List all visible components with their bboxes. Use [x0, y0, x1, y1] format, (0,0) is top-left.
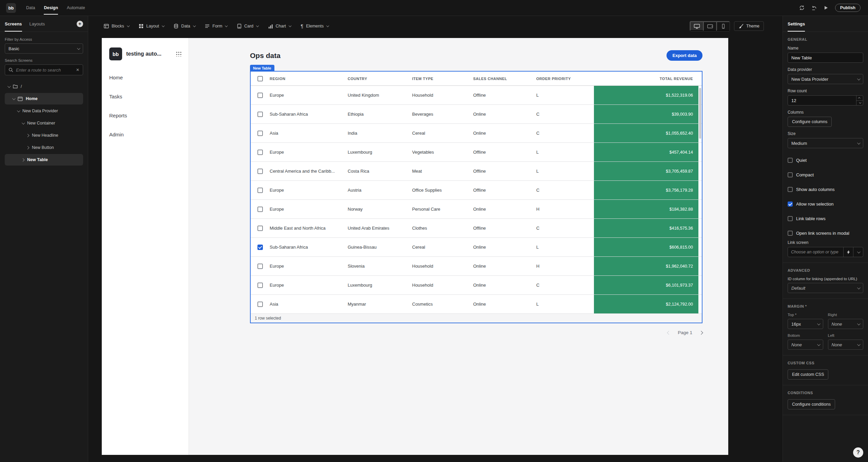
new-table-component[interactable]: New Table REGIONCOUNTRYITEM TYPESALES CH…: [250, 71, 702, 323]
step-down-button[interactable]: [856, 101, 863, 105]
sidebar-tab-screens[interactable]: Screens: [5, 16, 22, 32]
column-header-order-priority[interactable]: ORDER PRIORITY: [536, 77, 594, 81]
toolbar-menu-form[interactable]: Form: [205, 24, 227, 28]
checkbox-icon[interactable]: [788, 187, 793, 192]
table-row[interactable]: Middle East and North AfricaUnited Arab …: [251, 219, 702, 238]
filter-by-access-select[interactable]: Basic: [5, 43, 83, 54]
row-checkbox[interactable]: [251, 200, 270, 218]
toolbar-menu-data[interactable]: Data: [174, 24, 195, 28]
margin-bottom-select[interactable]: None: [788, 340, 823, 350]
app-nav-reports[interactable]: Reports: [109, 113, 182, 118]
drag-handle-icon[interactable]: [176, 51, 182, 57]
app-nav-home[interactable]: Home: [109, 75, 182, 80]
tree-item-new-table[interactable]: New Table: [5, 154, 83, 166]
setting-checkbox-quiet[interactable]: Quiet: [788, 158, 863, 163]
edit-custom-css-button[interactable]: Edit custom CSS: [788, 369, 828, 380]
row-checkbox[interactable]: [251, 181, 270, 199]
screen-search-box[interactable]: ✕: [5, 64, 83, 75]
app-nav-tasks[interactable]: Tasks: [109, 94, 182, 99]
table-row[interactable]: EuropeUnited KingdomHouseholdOfflineL$1,…: [251, 86, 702, 105]
export-data-button[interactable]: Export data: [667, 50, 702, 61]
table-row[interactable]: Sub-Saharan AfricaGuinea-BissauCerealOnl…: [251, 238, 702, 257]
toolbar-menu-blocks[interactable]: Blocks: [104, 24, 129, 28]
id-column-select[interactable]: Default: [788, 283, 863, 293]
topbar-tab-design[interactable]: Design: [44, 0, 58, 16]
row-checkbox[interactable]: [251, 276, 270, 294]
previous-page-icon[interactable]: [667, 331, 671, 334]
sidebar-tab-layouts[interactable]: Layouts: [30, 16, 45, 32]
checkbox-icon[interactable]: [788, 201, 793, 207]
name-field[interactable]: [788, 53, 863, 63]
configure-columns-button[interactable]: Configure columns: [788, 117, 832, 127]
toolbar-menu-elements[interactable]: ¶Elements: [301, 24, 328, 28]
help-button[interactable]: ?: [853, 447, 863, 458]
margin-top-select[interactable]: 16px: [788, 319, 823, 329]
chevron-right-icon[interactable]: [26, 134, 30, 137]
device-phone-button[interactable]: [716, 21, 730, 31]
row-checkbox[interactable]: [251, 219, 270, 237]
toolbar-menu-chart[interactable]: Chart: [268, 24, 291, 28]
table-row[interactable]: AsiaMyanmarCosmeticsOnlineL$2,124,792.00: [251, 295, 702, 314]
tree-item-new-button[interactable]: New Button: [5, 142, 83, 153]
column-header-region[interactable]: REGION: [270, 77, 348, 81]
checkbox-icon[interactable]: [788, 158, 793, 163]
column-header-item-type[interactable]: ITEM TYPE: [412, 77, 473, 81]
link-screen-dropdown-button[interactable]: [853, 247, 863, 257]
tab-settings[interactable]: Settings: [788, 16, 805, 32]
toolbar-menu-card[interactable]: Card: [237, 24, 258, 28]
screen-search-input[interactable]: [16, 68, 73, 73]
data-provider-select[interactable]: New Data Provider: [788, 74, 863, 84]
setting-checkbox-open-link-screens-in-modal[interactable]: Open link screens in modal: [788, 231, 863, 236]
row-checkbox[interactable]: [251, 238, 270, 256]
setting-checkbox-compact[interactable]: Compact: [788, 172, 863, 177]
column-header-country[interactable]: COUNTRY: [348, 77, 412, 81]
row-checkbox[interactable]: [251, 143, 270, 161]
table-row[interactable]: Central America and the Caribb...Costa R…: [251, 162, 702, 181]
chevron-down-icon[interactable]: [17, 109, 20, 112]
setting-checkbox-show-auto-columns[interactable]: Show auto columns: [788, 187, 863, 192]
binding-bolt-icon[interactable]: [843, 247, 853, 257]
row-checkbox[interactable]: [251, 257, 270, 275]
clear-search-icon[interactable]: ✕: [76, 68, 79, 72]
table-row[interactable]: EuropeNorwayPersonal CareOnlineH$184,382…: [251, 200, 702, 219]
checkbox-icon[interactable]: [788, 172, 793, 177]
column-header-total-revenue[interactable]: TOTAL REVENUE: [594, 77, 702, 81]
tree-item-new-headline[interactable]: New Headline: [5, 130, 83, 141]
setting-checkbox-allow-row-selection[interactable]: Allow row selection: [788, 201, 863, 207]
refresh-icon[interactable]: [799, 5, 805, 11]
row-checkbox[interactable]: [251, 86, 270, 104]
table-row[interactable]: AsiaIndiaCerealOnlineC$1,055,652.40: [251, 124, 702, 143]
chevron-down-icon[interactable]: [22, 121, 25, 124]
chevron-down-icon[interactable]: [12, 97, 16, 100]
tree-item-new-container[interactable]: New Container: [5, 117, 83, 129]
row-count-input[interactable]: [788, 96, 856, 105]
row-checkbox[interactable]: [251, 124, 270, 142]
tree-item-home[interactable]: Home: [5, 93, 83, 104]
undo-icon[interactable]: [811, 5, 817, 11]
table-scrollbar[interactable]: [699, 88, 701, 139]
publish-button[interactable]: Publish: [835, 4, 861, 12]
setting-checkbox-link-table-rows[interactable]: Link table rows: [788, 216, 863, 221]
add-screen-button[interactable]: +: [77, 21, 83, 27]
row-checkbox[interactable]: [251, 105, 270, 123]
column-header-sales-channel[interactable]: SALES CHANNEL: [473, 77, 536, 81]
checkbox-icon[interactable]: [788, 216, 793, 221]
topbar-tab-data[interactable]: Data: [26, 0, 35, 16]
size-select[interactable]: Medium: [788, 138, 863, 148]
device-tablet-button[interactable]: [703, 21, 716, 31]
tree-item-root[interactable]: /: [5, 81, 83, 92]
tree-item-new-data-provider[interactable]: New Data Provider: [5, 105, 83, 117]
chevron-right-icon[interactable]: [26, 146, 30, 149]
budibase-logo[interactable]: bb: [6, 3, 16, 13]
topbar-tab-automate[interactable]: Automate: [67, 0, 85, 16]
step-up-button[interactable]: [856, 96, 863, 101]
configure-conditions-button[interactable]: Configure conditions: [788, 399, 835, 409]
device-desktop-button[interactable]: [690, 21, 703, 31]
margin-left-select[interactable]: None: [828, 340, 864, 350]
toolbar-menu-layout[interactable]: Layout: [139, 24, 163, 28]
row-checkbox[interactable]: [251, 295, 270, 313]
table-row[interactable]: EuropeSloveniaHouseholdOnlineH$1,962,040…: [251, 257, 702, 276]
select-all-checkbox[interactable]: [251, 76, 270, 81]
row-checkbox[interactable]: [251, 162, 270, 180]
app-nav-admin[interactable]: Admin: [109, 132, 182, 137]
